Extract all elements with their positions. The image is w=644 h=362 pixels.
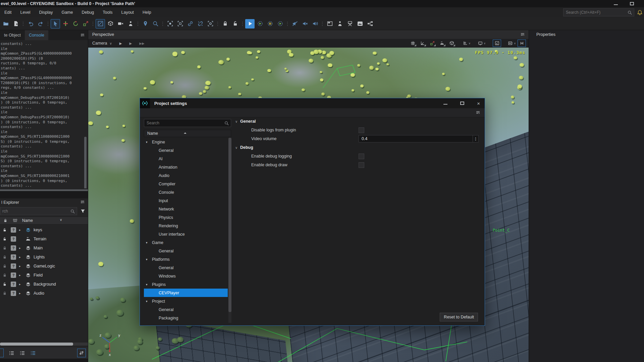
place-pin-button[interactable] bbox=[141, 19, 150, 28]
freeze-selection-button[interactable] bbox=[165, 19, 175, 28]
chevron-expanded-icon[interactable]: ▾ bbox=[146, 283, 150, 286]
menu-item-level[interactable]: Level bbox=[16, 10, 35, 15]
viewport-tab-perspective[interactable]: Perspective bbox=[88, 32, 114, 37]
global-search-input[interactable] bbox=[564, 10, 628, 15]
setting-spinbox-video-volume[interactable]: 0.4▲▼ bbox=[359, 135, 479, 142]
geometry-snap-toggle-button[interactable] bbox=[447, 40, 456, 47]
settings-tree-item-game[interactable]: ▾Game bbox=[144, 238, 228, 247]
settings-tree-item-general[interactable]: General bbox=[144, 247, 228, 255]
display-mode-dropdown-button[interactable]: ∨ bbox=[478, 40, 486, 47]
add-object-button[interactable] bbox=[106, 19, 115, 28]
camera-dropdown[interactable]: Camera bbox=[92, 41, 107, 46]
window-minimize-button[interactable] bbox=[614, 2, 618, 5]
settings-tree-item-console[interactable]: Console bbox=[144, 188, 228, 196]
character-tool-button[interactable] bbox=[335, 19, 344, 28]
open-folder-button[interactable] bbox=[1, 19, 10, 28]
settings-tree-item-engine[interactable]: ▾Engine bbox=[144, 138, 228, 146]
visibility-unknown-badge[interactable]: ? bbox=[11, 254, 16, 260]
window-maximize-button[interactable] bbox=[630, 2, 634, 5]
visibility-unknown-badge[interactable]: ? bbox=[11, 273, 16, 278]
explorer-row-background[interactable]: ?▸Background bbox=[0, 280, 88, 289]
visibility-unknown-badge[interactable]: ? bbox=[11, 236, 16, 242]
layer-list-view-icon[interactable] bbox=[30, 350, 36, 356]
chevron-expanded-icon[interactable]: ▾ bbox=[146, 258, 150, 261]
dialog-tree-header[interactable]: Name bbox=[144, 130, 231, 137]
setting-checkbox-disable-logs-from-plugin[interactable] bbox=[359, 127, 364, 133]
notifications-bell-icon[interactable] bbox=[637, 10, 643, 15]
expander-icon[interactable]: ▸ bbox=[19, 255, 23, 259]
sync-selection-button[interactable] bbox=[77, 349, 86, 357]
unfreeze-all-button[interactable] bbox=[175, 19, 185, 28]
unlock-button[interactable] bbox=[230, 19, 240, 28]
dialog-minimize-button[interactable] bbox=[443, 102, 447, 105]
explorer-row-lights[interactable]: ?▸Lights bbox=[0, 252, 88, 261]
visibility-unknown-badge[interactable]: ? bbox=[11, 263, 16, 269]
panel-tab-te-object[interactable]: te Object bbox=[0, 30, 25, 40]
settings-tree-item-compiler[interactable]: Compiler bbox=[144, 180, 228, 188]
add-character-button[interactable] bbox=[126, 19, 135, 28]
section-header-general[interactable]: ∨General bbox=[235, 117, 480, 126]
search-tool-button[interactable] bbox=[151, 19, 160, 28]
explorer-row-main[interactable]: ?▸Main bbox=[0, 243, 88, 252]
simulate-physics-button[interactable] bbox=[255, 19, 265, 28]
screenshot-toggle-button[interactable] bbox=[493, 40, 501, 47]
settings-tree-item-windows[interactable]: Windows bbox=[144, 272, 228, 280]
chevron-expanded-icon[interactable]: ▾ bbox=[146, 241, 150, 244]
rotate-button[interactable] bbox=[71, 19, 80, 28]
scale-snap-toggle-button[interactable] bbox=[428, 40, 436, 47]
settings-tree-item-network[interactable]: Network bbox=[144, 205, 228, 213]
menu-item-tools[interactable]: Tools bbox=[98, 10, 117, 15]
explorer-row-field[interactable]: ?▸Field bbox=[0, 270, 88, 280]
pause-simulation-button[interactable] bbox=[265, 19, 275, 28]
settings-tree-item-physics[interactable]: Physics bbox=[144, 213, 228, 222]
level-explorer-search-input[interactable] bbox=[0, 209, 70, 214]
camera-play-speed-icon[interactable]: ▶︎ bbox=[129, 42, 132, 45]
add-camera-button[interactable] bbox=[116, 19, 125, 28]
settings-tree-scrollbar[interactable] bbox=[228, 138, 231, 323]
console-log[interactable]: constants) ...ilem@Common_ZPassPS(GL4000… bbox=[0, 40, 88, 188]
scale-button[interactable] bbox=[81, 19, 90, 28]
menu-item-layout[interactable]: Layout bbox=[117, 10, 139, 15]
mute-audio-button[interactable] bbox=[290, 19, 300, 28]
settings-tree-item-user-interface[interactable]: User interface bbox=[144, 230, 228, 238]
step-simulation-button[interactable] bbox=[275, 19, 285, 28]
menu-item-game[interactable]: Game bbox=[57, 10, 77, 15]
spin-up-icon[interactable]: ▲ bbox=[475, 137, 477, 139]
scrollbar-thumb[interactable] bbox=[228, 138, 231, 312]
undo-button[interactable] bbox=[26, 19, 35, 28]
dialog-search-input[interactable] bbox=[144, 121, 224, 125]
coordinate-system-dropdown-button[interactable]: ∨ bbox=[463, 40, 471, 47]
camera-play-icon[interactable]: ▶ bbox=[119, 42, 122, 45]
spin-down-icon[interactable]: ▼ bbox=[475, 139, 477, 141]
level-explorer-hscrollbar[interactable] bbox=[0, 343, 88, 346]
camera-settings-dropdown-button[interactable]: ∨ bbox=[508, 40, 516, 47]
visibility-unknown-badge[interactable]: ? bbox=[11, 227, 16, 233]
settings-tree-item-animation[interactable]: Animation bbox=[144, 163, 228, 171]
redo-button[interactable] bbox=[36, 19, 45, 28]
visibility-unknown-badge[interactable]: ? bbox=[11, 291, 16, 296]
dialog-menu-icon[interactable] bbox=[475, 110, 481, 115]
expander-icon[interactable]: ▸ bbox=[19, 283, 23, 286]
dialog-close-button[interactable]: × bbox=[477, 101, 480, 106]
section-header-debug[interactable]: ∨Debug bbox=[235, 143, 480, 152]
menu-item-edit[interactable]: Edit bbox=[0, 10, 16, 15]
visibility-unknown-badge[interactable]: ? bbox=[11, 245, 16, 251]
viewport-panel-menu-icon[interactable] bbox=[520, 32, 525, 37]
settings-tree-item-general[interactable]: General bbox=[144, 146, 228, 155]
expander-icon[interactable]: ▸ bbox=[19, 246, 23, 250]
explorer-row-audio[interactable]: ?▸Audio bbox=[0, 289, 88, 298]
flowgraph-tool-button[interactable] bbox=[365, 19, 375, 28]
settings-tree-item-input[interactable]: Input bbox=[144, 196, 228, 205]
settings-tree-item-project[interactable]: ▾Project bbox=[144, 297, 228, 305]
move-button[interactable] bbox=[61, 19, 70, 28]
menu-item-display[interactable]: Display bbox=[35, 10, 57, 15]
panel-tab-console[interactable]: Console bbox=[25, 30, 48, 40]
expander-icon[interactable]: ▸ bbox=[19, 228, 23, 232]
spinbox-arrows[interactable]: ▲▼ bbox=[473, 135, 478, 142]
view-mode-active-button[interactable] bbox=[0, 349, 4, 357]
isolate-selection-button[interactable] bbox=[206, 19, 215, 28]
setting-checkbox-enable-debug-draw[interactable] bbox=[359, 162, 364, 168]
expander-icon[interactable]: ▸ bbox=[19, 274, 23, 277]
angle-snap-toggle-button[interactable] bbox=[418, 40, 427, 47]
terrain-tool-button[interactable] bbox=[355, 19, 365, 28]
